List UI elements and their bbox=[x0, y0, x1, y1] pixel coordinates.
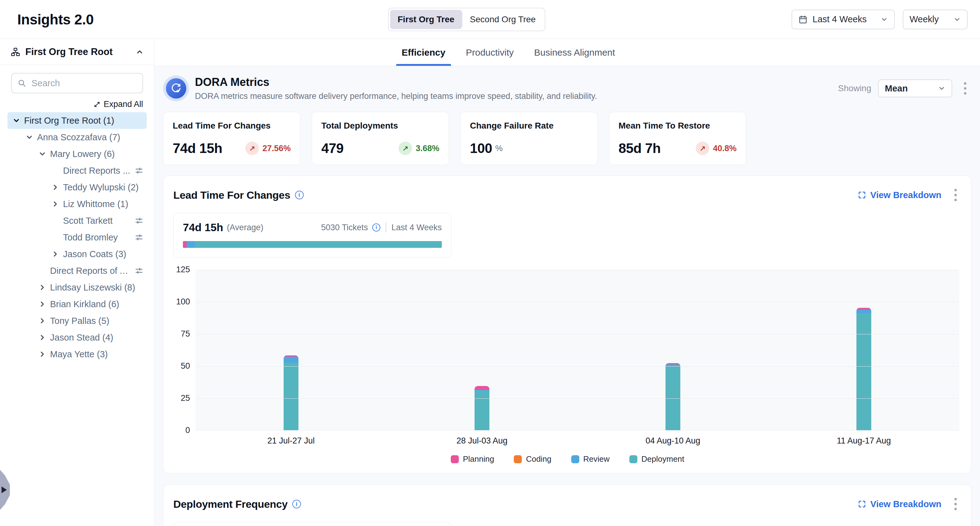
legend-label: Coding bbox=[526, 454, 551, 464]
legend-item: Coding bbox=[514, 454, 551, 464]
toggle-first-org-tree[interactable]: First Org Tree bbox=[390, 10, 462, 29]
tree-item[interactable]: First Org Tree Root (1) bbox=[7, 112, 147, 129]
tab-productivity[interactable]: Productivity bbox=[466, 39, 514, 66]
chevron-right-icon[interactable] bbox=[51, 249, 60, 259]
tree-item[interactable]: Teddy Wylupski (2) bbox=[7, 179, 147, 196]
tree-item[interactable]: Scott Tarkett bbox=[7, 212, 147, 229]
tree-item[interactable]: Jason Stead (4) bbox=[7, 329, 147, 346]
tree-item[interactable]: Tony Pallas (5) bbox=[7, 312, 147, 329]
tree-item[interactable]: Maya Yette (3) bbox=[7, 346, 147, 362]
filter-sliders-icon[interactable] bbox=[134, 216, 144, 225]
tree-item-label: Todd Bromley bbox=[63, 233, 131, 242]
metric-card: Total Deployments479↗3.68% bbox=[312, 112, 449, 165]
tab-bar: Efficiency Productivity Business Alignme… bbox=[154, 39, 980, 66]
sidebar-collapse-handle[interactable] bbox=[0, 470, 10, 510]
showing-value: Mean bbox=[885, 83, 908, 94]
metric-card-title: Total Deployments bbox=[321, 121, 439, 131]
dora-metrics-header: DORA Metrics DORA metrics measure softwa… bbox=[163, 75, 971, 101]
tree-item[interactable]: Direct Reports ... bbox=[7, 162, 147, 179]
legend-item: Deployment bbox=[629, 454, 684, 464]
legend-item: Review bbox=[571, 454, 609, 464]
tree-item[interactable]: Brian Kirkland (6) bbox=[7, 296, 147, 312]
phase-distribution-bar bbox=[183, 241, 442, 248]
dora-description: DORA metrics measure software delivery p… bbox=[195, 91, 597, 101]
tree-item[interactable]: Liz Whittome (1) bbox=[7, 196, 147, 212]
deployment-segment bbox=[195, 241, 442, 248]
view-breakdown-button[interactable]: View Breakdown bbox=[856, 190, 943, 201]
legend-swatch bbox=[629, 455, 637, 463]
metric-card-title: Change Failure Rate bbox=[470, 121, 588, 131]
chevron-right-icon[interactable] bbox=[38, 316, 47, 325]
filter-sliders-icon[interactable] bbox=[134, 166, 144, 175]
search-input[interactable] bbox=[31, 78, 137, 89]
info-icon[interactable] bbox=[372, 223, 380, 231]
chevron-right-icon[interactable] bbox=[38, 333, 47, 342]
deployment-frequency-panel: Deployment Frequency View Breakdown bbox=[163, 485, 971, 526]
expand-corners-icon bbox=[858, 191, 866, 199]
chevron-right-icon[interactable] bbox=[51, 199, 60, 209]
collapse-chevron-up-icon[interactable] bbox=[136, 48, 144, 56]
deployment-segment bbox=[284, 362, 298, 430]
lead-time-kebab-menu[interactable] bbox=[950, 186, 962, 204]
calendar-icon bbox=[798, 15, 808, 24]
chevron-right-icon[interactable] bbox=[38, 300, 47, 309]
chevron-down-icon[interactable] bbox=[38, 149, 47, 159]
info-icon[interactable] bbox=[292, 500, 301, 508]
stacked-bar[interactable] bbox=[474, 386, 489, 430]
expand-all-label: Expand All bbox=[103, 99, 143, 109]
view-breakdown-label: View Breakdown bbox=[870, 499, 941, 509]
deployment-frequency-title: Deployment Frequency bbox=[173, 498, 288, 510]
trend-up-arrow-icon: ↗ bbox=[245, 142, 259, 155]
planning-segment bbox=[474, 386, 489, 390]
dora-kebab-menu[interactable] bbox=[959, 80, 971, 97]
search-box[interactable] bbox=[11, 73, 143, 93]
y-tick-label: 125 bbox=[176, 265, 190, 274]
tree-item-label: Mary Lowery (6) bbox=[50, 149, 147, 159]
app-title: Insights 2.0 bbox=[17, 11, 94, 28]
lead-time-panel: Lead Time For Changes View Breakdown bbox=[163, 175, 971, 473]
filter-sliders-icon[interactable] bbox=[134, 266, 144, 275]
tab-business-alignment[interactable]: Business Alignment bbox=[534, 39, 615, 66]
stacked-bar[interactable] bbox=[665, 363, 680, 430]
filter-sliders-icon[interactable] bbox=[134, 233, 144, 242]
tab-efficiency[interactable]: Efficiency bbox=[402, 39, 445, 66]
tree-item[interactable]: Lindsay Liszewski (8) bbox=[7, 279, 147, 296]
review-segment bbox=[187, 241, 195, 248]
average-label: (Average) bbox=[227, 223, 263, 233]
sidebar-title: First Org Tree Root bbox=[25, 46, 131, 57]
chevron-down-icon[interactable] bbox=[25, 132, 34, 142]
tree-item[interactable]: Jason Coats (3) bbox=[7, 246, 147, 262]
stacked-bar[interactable] bbox=[284, 355, 298, 430]
trend-percent: 3.68% bbox=[415, 144, 439, 153]
sidebar-header: First Org Tree Root bbox=[0, 39, 154, 65]
deployment-segment bbox=[665, 366, 680, 430]
gridline bbox=[196, 366, 959, 367]
tree-item[interactable]: Direct Reports of A... bbox=[7, 262, 147, 279]
view-breakdown-button[interactable]: View Breakdown bbox=[856, 499, 943, 510]
legend-swatch bbox=[514, 455, 522, 463]
y-tick-label: 50 bbox=[181, 361, 190, 371]
stacked-bar[interactable] bbox=[856, 308, 871, 430]
info-icon[interactable] bbox=[295, 191, 304, 199]
chevron-right-icon[interactable] bbox=[51, 183, 60, 192]
tree-item-label: Brian Kirkland (6) bbox=[50, 299, 147, 309]
lead-time-summary-card: 74d 15h (Average) 5030 Tickets Last 4 We… bbox=[173, 213, 451, 257]
tree-item[interactable]: Mary Lowery (6) bbox=[7, 145, 147, 162]
chevron-right-icon[interactable] bbox=[38, 283, 47, 292]
chevron-right-icon[interactable] bbox=[38, 349, 47, 359]
deployment-segment bbox=[474, 391, 489, 430]
chart-legend: PlanningCodingReviewDeployment bbox=[173, 454, 962, 464]
toggle-second-org-tree[interactable]: Second Org Tree bbox=[463, 10, 543, 29]
deployment-frequency-kebab-menu[interactable] bbox=[950, 496, 962, 513]
expand-all-button[interactable]: Expand All bbox=[93, 99, 143, 109]
tree-item[interactable]: Anna Scozzafava (7) bbox=[7, 129, 147, 145]
divider bbox=[386, 223, 386, 233]
org-tree-toggle: First Org Tree Second Org Tree bbox=[388, 8, 545, 31]
showing-select[interactable]: Mean bbox=[878, 80, 952, 97]
tree-item-label: Lindsay Liszewski (8) bbox=[50, 282, 147, 293]
chevron-down-icon[interactable] bbox=[12, 116, 21, 125]
tree-item[interactable]: Todd Bromley bbox=[7, 229, 147, 246]
granularity-select[interactable]: Weekly bbox=[903, 10, 968, 29]
chevron-down-icon bbox=[938, 84, 945, 92]
date-range-select[interactable]: Last 4 Weeks bbox=[792, 10, 895, 29]
